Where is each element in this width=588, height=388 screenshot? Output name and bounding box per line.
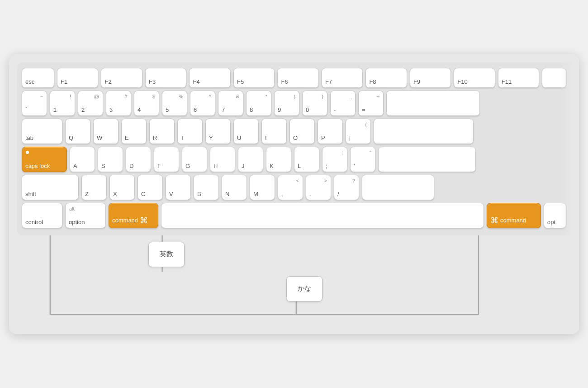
key-command-left[interactable]: command ⌘ — [109, 203, 158, 228]
key-tab[interactable]: tab — [22, 119, 62, 144]
key-f11[interactable]: F11 — [498, 68, 539, 88]
key-z[interactable]: Z — [81, 175, 107, 200]
key-f1[interactable]: F1 — [57, 68, 98, 88]
key-9[interactable]: ( 9 — [274, 91, 299, 116]
caps-lock-indicator — [26, 151, 29, 154]
key-p[interactable]: P — [318, 119, 343, 144]
key-lbracket[interactable]: { [ — [346, 119, 371, 144]
key-h[interactable]: H — [210, 147, 235, 172]
key-x[interactable]: X — [109, 175, 135, 200]
key-slash[interactable]: ? / — [334, 175, 359, 200]
key-f4[interactable]: F4 — [189, 68, 230, 88]
key-partial-right3 — [378, 147, 476, 172]
connector-area: 英数 かな — [17, 235, 571, 326]
key-partial — [542, 68, 566, 88]
key-t[interactable]: T — [177, 119, 203, 144]
key-control[interactable]: control — [22, 203, 62, 228]
key-s[interactable]: S — [98, 147, 123, 172]
key-q[interactable]: Q — [65, 119, 90, 144]
key-d[interactable]: D — [126, 147, 151, 172]
key-f6[interactable]: F6 — [277, 68, 318, 88]
key-f[interactable]: F — [154, 147, 179, 172]
keyboard-diagram: esc F1 F2 F3 F4 F5 F6 F7 F8 F9 F10 F11 ~… — [9, 54, 579, 334]
key-4[interactable]: $ 4 — [134, 91, 159, 116]
key-eisuu[interactable]: 英数 — [148, 242, 185, 267]
space-row: control alt option command ⌘ ⌘ command — [22, 203, 566, 228]
bottom-row: shift Z X C V B N M < , > . ? / — [22, 175, 566, 200]
key-space[interactable] — [161, 203, 484, 228]
key-f5[interactable]: F5 — [233, 68, 275, 88]
key-option-left[interactable]: alt option — [65, 203, 106, 228]
key-period[interactable]: > . — [306, 175, 331, 200]
key-a[interactable]: A — [70, 147, 95, 172]
key-o[interactable]: O — [289, 119, 315, 144]
key-i[interactable]: I — [261, 119, 287, 144]
number-row: ~ ` ! 1 @ 2 # 3 $ 4 % 5 — [22, 91, 566, 116]
key-minus[interactable]: _ - — [330, 91, 356, 116]
key-command-right[interactable]: ⌘ command — [487, 203, 541, 228]
key-y[interactable]: Y — [205, 119, 231, 144]
key-m[interactable]: M — [250, 175, 275, 200]
key-j[interactable]: J — [238, 147, 263, 172]
key-caps-lock[interactable]: caps lock — [22, 147, 67, 172]
key-f7[interactable]: F7 — [322, 68, 363, 88]
key-3[interactable]: # 3 — [106, 91, 131, 116]
key-c[interactable]: C — [138, 175, 163, 200]
key-0[interactable]: ) 0 — [302, 91, 327, 116]
key-r[interactable]: R — [149, 119, 175, 144]
key-option-right[interactable]: opt — [544, 203, 566, 228]
key-b[interactable]: B — [194, 175, 219, 200]
key-f8[interactable]: F8 — [365, 68, 407, 88]
key-comma[interactable]: < , — [278, 175, 303, 200]
key-8[interactable]: * 8 — [246, 91, 271, 116]
key-semicolon[interactable]: : ; — [322, 147, 347, 172]
key-quote[interactable]: " ' — [350, 147, 375, 172]
key-partial-right — [386, 91, 480, 116]
key-l[interactable]: L — [294, 147, 319, 172]
key-equals[interactable]: + = — [358, 91, 384, 116]
key-esc[interactable]: esc — [22, 68, 54, 88]
key-n[interactable]: N — [222, 175, 247, 200]
home-row: caps lock A S D F G H J K L : ; " ' — [22, 147, 566, 172]
key-tilde[interactable]: ~ ` — [22, 91, 47, 116]
key-1[interactable]: ! 1 — [50, 91, 75, 116]
key-u[interactable]: U — [233, 119, 259, 144]
key-k[interactable]: K — [266, 147, 291, 172]
qwerty-row: tab Q W E R T Y U I O P { [ — [22, 119, 566, 144]
key-f2[interactable]: F2 — [101, 68, 142, 88]
key-shift-right[interactable] — [362, 175, 434, 200]
key-6[interactable]: ^ 6 — [190, 91, 215, 116]
key-v[interactable]: V — [166, 175, 191, 200]
key-f3[interactable]: F3 — [145, 68, 186, 88]
key-g[interactable]: G — [182, 147, 207, 172]
fn-row: esc F1 F2 F3 F4 F5 F6 F7 F8 F9 F10 F11 — [22, 68, 566, 88]
key-f9[interactable]: F9 — [410, 68, 451, 88]
keyboard-body: esc F1 F2 F3 F4 F5 F6 F7 F8 F9 F10 F11 ~… — [17, 62, 571, 235]
key-w[interactable]: W — [93, 119, 119, 144]
key-partial-right2 — [374, 119, 474, 144]
key-shift-left[interactable]: shift — [22, 175, 79, 200]
key-e[interactable]: E — [121, 119, 147, 144]
key-2[interactable]: @ 2 — [78, 91, 103, 116]
key-kana[interactable]: かな — [286, 276, 322, 302]
key-f10[interactable]: F10 — [454, 68, 495, 88]
key-5[interactable]: % 5 — [162, 91, 187, 116]
key-7[interactable]: & 7 — [218, 91, 243, 116]
